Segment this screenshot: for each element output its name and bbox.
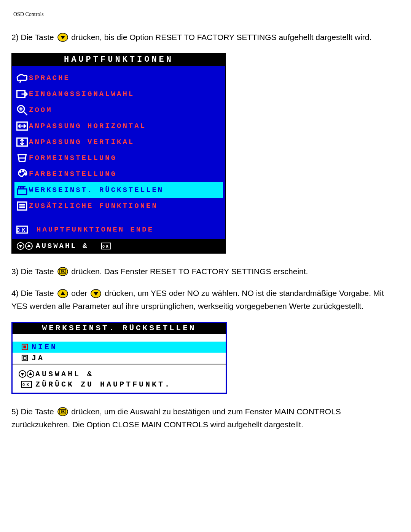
step2-text-after: drücken, bis die Option RESET TO FACTORY… [71, 33, 371, 42]
svg-point-7 [23, 171, 24, 172]
osd-item-label: FARBEINSTELLUNG [29, 170, 117, 178]
osd-item-label: SPRACHE [29, 74, 70, 82]
osd-item-label: WERKSEINST. RÜCKSTELLEN [29, 186, 164, 194]
osd-reset-hints: AUSWAHL & OK ZÜRÜCK ZU HAUPTFUNKT. [13, 364, 226, 393]
instruction-step-3: 3) Die Taste OK drücken. Das Fenster RES… [11, 265, 400, 278]
osd-reset-option-label: NIEN [32, 343, 57, 351]
instruction-step-2: 2) Die Taste drücken, bis die Option RES… [11, 31, 400, 44]
down-button-icon [90, 289, 102, 299]
osd-item-form[interactable]: FORMEINSTELLUNG [14, 150, 223, 166]
svg-rect-29 [23, 357, 26, 359]
svg-text:OK: OK [17, 227, 27, 233]
up-down-nav-icon [18, 370, 35, 378]
svg-rect-28 [22, 355, 27, 361]
osd-reset-option-yes[interactable]: JA [13, 353, 226, 364]
ok-icon: OK [96, 242, 117, 250]
svg-text:OK: OK [61, 270, 65, 273]
osd-item-label: EINGANGSSIGNALWAHL [29, 90, 134, 98]
svg-marker-33 [29, 372, 32, 375]
osd-item-vertical[interactable]: ANPASSUNG VERTIKAL [14, 134, 223, 150]
osd-item-horizontal[interactable]: ANPASSUNG HORIZONTAL [14, 118, 223, 134]
osd-item-label: FORMEINSTELLUNG [29, 154, 117, 162]
osd-reset-dialog: WERKSEINST. RÜCKSETLLEN NIEN JA AUSWAHL … [11, 322, 227, 394]
language-icon [15, 71, 29, 85]
vertical-adjust-icon [15, 135, 29, 149]
svg-marker-31 [21, 373, 24, 376]
step3-text-after: drücken. Das Fenster RESET TO FACTORY SE… [71, 267, 308, 276]
osd-item-eingang[interactable]: EINGANGSSIGNALWAHL [14, 86, 223, 102]
instruction-step-4: 4) Die Taste oder drücken, um YES oder N… [11, 287, 400, 312]
svg-text:OK: OK [22, 383, 31, 387]
extra-features-icon [15, 199, 29, 213]
osd-item-sprache[interactable]: SPRACHE [14, 70, 223, 86]
up-button-icon [57, 289, 68, 299]
radio-unselected-icon [18, 355, 32, 361]
radio-selected-icon [18, 343, 32, 350]
ok-icon: OK [18, 380, 35, 388]
zoom-icon [15, 103, 29, 117]
step4-text-mid: oder [71, 289, 89, 298]
step3-text-before: 3) Die Taste [11, 267, 56, 276]
svg-marker-14 [19, 245, 22, 248]
osd-item-factory-reset[interactable]: WERKSEINST. RÜCKSTELLEN [14, 182, 223, 198]
osd-item-zoom[interactable]: ZOOM [14, 102, 223, 118]
osd-item-label: ANPASSUNG HORIZONTAL [29, 122, 146, 130]
osd-footer-label: AUSWAHL & [36, 242, 89, 250]
osd-item-close[interactable]: OK HAUPTFUNKTIONEN ENDE [14, 222, 223, 238]
svg-text:OK: OK [102, 244, 110, 249]
osd-item-color[interactable]: FARBEINSTELLUNG [14, 166, 223, 182]
osd-reset-option-no[interactable]: NIEN [13, 342, 226, 353]
step5-text-before: 5) Die Taste [11, 407, 56, 416]
instruction-step-5: 5) Die Taste OK drücken, um die Auswahl … [11, 405, 400, 431]
input-select-icon [15, 87, 29, 101]
step4-text-before: 4) Die Taste [11, 289, 56, 298]
osd-reset-hint2: ZÜRÜCK ZU HAUPTFUNKT. [35, 380, 171, 389]
ok-icon: OK [15, 223, 29, 236]
osd-reset-option-label: JA [32, 354, 45, 363]
svg-point-8 [24, 173, 25, 174]
ok-button-icon: OK [57, 267, 68, 276]
osd-reset-hint1: AUSWAHL & [35, 370, 94, 379]
down-button-icon [57, 32, 68, 42]
color-adjust-icon [15, 167, 29, 181]
osd-spacer [14, 214, 223, 222]
shape-adjust-icon [15, 151, 29, 165]
osd-reset-title: WERKSEINST. RÜCKSETLLEN [13, 323, 226, 334]
horizontal-adjust-icon [15, 119, 29, 133]
osd-close-label: HAUPTFUNKTIONEN ENDE [37, 225, 154, 234]
osd-item-label: ZUSÄTZLICHE FUNKTIONEN [29, 202, 158, 210]
up-down-nav-icon [14, 241, 36, 251]
step2-text-before: 2) Die Taste [11, 33, 56, 42]
svg-text:OK: OK [61, 410, 65, 414]
osd-item-extra[interactable]: ZUSÄTZLICHE FUNKTIONEN [14, 198, 223, 214]
osd-footer: AUSWAHL & OK [12, 239, 225, 253]
ok-button-icon: OK [57, 407, 68, 417]
svg-point-6 [20, 171, 21, 172]
osd-main-menu: HAUPTFUNKTIONEN SPRACHE EINGANGSSIGNALWA… [11, 53, 226, 254]
osd-item-label: ZOOM [29, 106, 53, 114]
osd-item-label: ANPASSUNG VERTIKAL [29, 138, 134, 146]
osd-menu-title: HAUPTFUNKTIONEN [12, 54, 225, 66]
svg-rect-9 [18, 189, 27, 195]
svg-marker-16 [27, 244, 31, 247]
page-header: OSD Controls [13, 11, 400, 18]
factory-reset-icon [15, 183, 29, 197]
svg-rect-27 [23, 346, 26, 348]
